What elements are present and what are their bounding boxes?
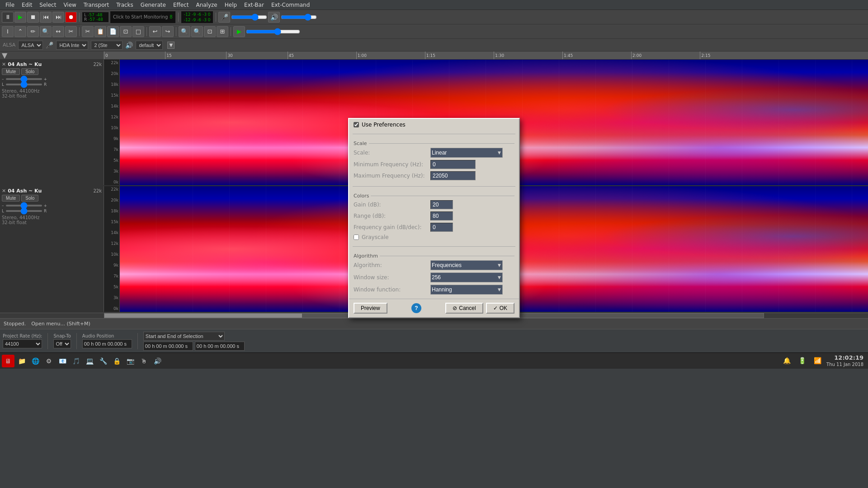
taskbar-icon-0[interactable]: 🖥: [2, 355, 14, 367]
taskbar-icon-8[interactable]: 🔒: [110, 355, 123, 367]
play-button[interactable]: ▶: [14, 12, 26, 23]
taskbar-icon-1[interactable]: 📁: [15, 355, 28, 367]
audio-pos-input[interactable]: [82, 339, 132, 348]
track-2-gain-slider[interactable]: [6, 205, 42, 206]
click-to-monitor[interactable]: Click to Start Monitoring 8: [110, 11, 176, 23]
trim-button[interactable]: ⊡: [120, 26, 132, 37]
menu-tracks[interactable]: Tracks: [113, 1, 137, 9]
selection-bar: Project Rate (Hz): 44100 Snap-To Off Aud…: [0, 329, 868, 352]
cancel-button[interactable]: ⊘ Cancel: [445, 303, 483, 314]
track-1-gain-slider[interactable]: [6, 78, 42, 80]
next-button[interactable]: ⏭: [52, 12, 64, 23]
menu-edit[interactable]: Edit: [18, 1, 36, 9]
prev-button[interactable]: ⏮: [40, 12, 52, 23]
tray-icon-2[interactable]: 🔋: [796, 354, 808, 367]
track-1-mute[interactable]: Mute: [2, 68, 20, 75]
track-2-mute[interactable]: Mute: [2, 195, 20, 202]
zoom-tool[interactable]: 🔍: [40, 26, 52, 37]
play-speed-slider[interactable]: [246, 28, 300, 35]
monitor-num: 8: [170, 14, 172, 19]
menu-file[interactable]: File: [2, 1, 18, 9]
input-volume-slider[interactable]: [231, 14, 267, 21]
pause-button[interactable]: ⏸: [2, 12, 14, 23]
menu-extcmd[interactable]: Ext-Command: [268, 1, 313, 9]
sel-start-input[interactable]: [143, 342, 193, 351]
algorithm-select[interactable]: Frequencies Reassignment Pitch (EAC): [430, 260, 503, 270]
envelope-tool[interactable]: ⌃: [14, 26, 26, 37]
track-1-solo[interactable]: Solo: [21, 68, 38, 75]
taskbar-icon-7[interactable]: 🔧: [97, 355, 109, 367]
taskbar-icon-6[interactable]: 💻: [83, 355, 96, 367]
taskbar-icon-9[interactable]: 📷: [124, 355, 137, 367]
play-at-speed-button[interactable]: ▶: [233, 26, 245, 37]
sel-end-input[interactable]: [195, 342, 245, 351]
window-size-select[interactable]: 128 256 512 1024: [430, 272, 503, 282]
range-input[interactable]: [430, 211, 453, 221]
preview-button[interactable]: Preview: [354, 303, 387, 314]
driver-select[interactable]: ALSA: [18, 41, 43, 50]
scroll-thumb[interactable]: [104, 314, 302, 318]
output-meter[interactable]: -12 -9 -6 -3 0 -12 -9 -6 -3 0: [181, 11, 214, 23]
device-dropdown-btn[interactable]: ▼: [167, 42, 175, 49]
use-prefs-checkbox[interactable]: [354, 122, 359, 127]
silence-button[interactable]: □: [132, 26, 144, 37]
menu-transport[interactable]: Transport: [80, 1, 113, 9]
input-meter[interactable]: L -57 -48 R -57 -48: [82, 12, 109, 23]
menu-effect[interactable]: Effect: [170, 1, 193, 9]
selection-type-select[interactable]: Start and End of Selection: [143, 332, 225, 341]
zoom-out-button[interactable]: 🔍: [191, 26, 203, 37]
scale-select[interactable]: Linear Logarithmic Mel: [430, 148, 503, 158]
paste-button[interactable]: 📄: [107, 26, 119, 37]
help-button[interactable]: ?: [411, 303, 421, 313]
draw-tool[interactable]: ✏: [27, 26, 39, 37]
grayscale-checkbox[interactable]: [354, 235, 359, 240]
menu-select[interactable]: Select: [36, 1, 60, 9]
menu-extbar[interactable]: Ext-Bar: [241, 1, 268, 9]
zoom-in-button[interactable]: 🔍: [179, 26, 190, 37]
multitool[interactable]: ✂: [65, 26, 77, 37]
track-2-solo[interactable]: Solo: [21, 195, 38, 202]
taskbar-icon-3[interactable]: ⚙: [42, 355, 55, 367]
selection-tool[interactable]: I: [2, 26, 14, 37]
taskbar-icon-4[interactable]: 📧: [56, 355, 69, 367]
tray-icon-1[interactable]: 🔔: [780, 354, 793, 367]
mic-button[interactable]: 🎤: [218, 12, 230, 23]
taskbar-icon-11[interactable]: 🔊: [151, 355, 164, 367]
tray-icon-3[interactable]: 📶: [811, 354, 824, 367]
window-size-select-wrapper: 128 256 512 1024: [430, 272, 503, 282]
collapse-icon[interactable]: ▼: [2, 52, 7, 60]
track-2-close-icon[interactable]: ✕: [2, 188, 6, 194]
track-2-pan-slider[interactable]: [6, 210, 42, 212]
max-freq-input[interactable]: [430, 171, 476, 180]
taskbar-icon-10[interactable]: 🖱: [137, 355, 150, 367]
track-1-pan-slider[interactable]: [6, 84, 42, 85]
menu-view[interactable]: View: [60, 1, 80, 9]
ok-button[interactable]: ✓ OK: [486, 303, 514, 314]
output-volume-slider[interactable]: [281, 14, 317, 21]
track-1-close-icon[interactable]: ✕: [2, 61, 6, 67]
output-device-select[interactable]: default: [136, 41, 163, 50]
stop-button[interactable]: ⏹: [27, 12, 39, 23]
input-channels-select[interactable]: 2 (Ste: [91, 41, 123, 50]
menu-generate[interactable]: Generate: [137, 1, 170, 9]
min-freq-input[interactable]: [430, 160, 476, 169]
speaker-button[interactable]: 🔊: [268, 12, 280, 23]
input-device-select[interactable]: HDA Inte: [56, 41, 88, 50]
freq-gain-input[interactable]: [430, 223, 453, 232]
fit-project-button[interactable]: ⊡: [204, 26, 216, 37]
undo-button[interactable]: ↩: [149, 26, 161, 37]
menu-help[interactable]: Help: [221, 1, 241, 9]
copy-button[interactable]: 📋: [94, 26, 106, 37]
zoom-selection-button[interactable]: ⊞: [217, 26, 228, 37]
gain-input[interactable]: [430, 200, 453, 209]
taskbar-icon-2[interactable]: 🌐: [29, 355, 42, 367]
timeshift-tool[interactable]: ↔: [52, 26, 64, 37]
redo-button[interactable]: ↪: [162, 26, 174, 37]
snap-select[interactable]: Off: [53, 339, 71, 348]
rate-select[interactable]: 44100: [3, 339, 42, 348]
window-fn-select[interactable]: Hanning Hamming Blackman: [430, 285, 503, 295]
cut-button[interactable]: ✂: [82, 26, 94, 37]
taskbar-icon-5[interactable]: 🎵: [70, 355, 82, 367]
record-button[interactable]: ⏺: [65, 12, 77, 23]
menu-analyze[interactable]: Analyze: [192, 1, 221, 9]
